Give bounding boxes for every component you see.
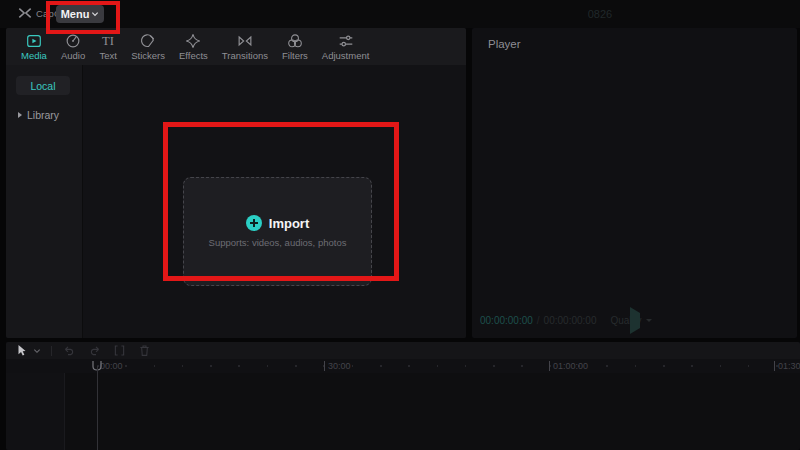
text-icon: TI [99,32,117,50]
import-label: Import [269,216,309,231]
media-icon [25,32,43,50]
delete-icon [137,343,152,358]
tab-text[interactable]: TI Text [92,31,124,62]
ruler-label: 30:00 [324,361,351,371]
cursor-icon [14,343,29,358]
project-title: 0826 [560,8,640,20]
ruler-label: 01:30:00 [774,361,800,371]
adjustment-icon [337,32,355,50]
undo-icon [62,343,77,358]
tab-effects[interactable]: Effects [172,31,215,62]
tab-transitions[interactable]: Transitions [215,31,275,62]
stickers-icon [139,32,157,50]
delete-button[interactable] [137,343,152,358]
media-tabbar: Media Audio TI Text Stickers [6,28,466,65]
topbar: CapCut Menu 0826 [0,0,800,28]
split-icon [112,343,127,358]
menu-button[interactable]: Menu [56,5,104,23]
track-header-area [6,373,65,450]
tab-filters[interactable]: Filters [275,31,315,62]
player-panel-title: Player [488,38,521,50]
svg-text:TI: TI [102,34,114,48]
library-label: Library [27,109,59,121]
transitions-icon [236,32,254,50]
current-timecode: 00:00:00:00 [480,315,533,326]
tab-label: Text [99,51,116,61]
tab-label: Media [21,51,47,61]
expand-arrow-icon [18,112,22,118]
media-content: Import Supports: videos, audios, photos [83,65,466,338]
chevron-down-icon [91,11,99,17]
sidebar-item-local[interactable]: Local [16,76,70,95]
playhead-line [97,366,98,450]
timeline-toolbar [6,342,800,359]
local-label: Local [30,80,55,92]
media-body: Local Library Import Supports: videos, a… [6,65,466,338]
import-card[interactable]: Import Supports: videos, audios, photos [183,177,372,286]
tab-label: Audio [61,51,85,61]
tab-label: Transitions [222,51,268,61]
play-button[interactable] [627,312,643,328]
filters-icon [286,32,304,50]
undo-button[interactable] [62,343,77,358]
ruler-ticks [97,365,800,367]
tab-media[interactable]: Media [14,31,54,62]
total-timecode: 00:00:00:00 [544,315,597,326]
audio-icon [64,32,82,50]
cursor-tool-button[interactable] [14,343,29,358]
tab-label: Effects [179,51,208,61]
import-row: Import [246,215,309,231]
tab-label: Stickers [131,51,165,61]
timeline-tracks [6,373,800,450]
chevron-down-icon[interactable] [33,347,41,355]
playhead[interactable] [92,357,103,450]
tab-label: Filters [282,51,308,61]
tab-label: Adjustment [322,51,370,61]
capcut-logo-icon [18,6,32,20]
menu-button-label: Menu [61,8,90,20]
play-icon [630,307,640,334]
split-button[interactable] [112,343,127,358]
player-controls: 00:00:00:00 / 00:00:00:00 Quality [472,310,797,330]
effects-icon [184,32,202,50]
tab-audio[interactable]: Audio [54,31,92,62]
tab-stickers[interactable]: Stickers [124,31,172,62]
chevron-down-icon [646,319,652,322]
sidebar-item-library[interactable]: Library [18,109,82,121]
redo-icon [87,343,102,358]
timeline-ruler[interactable]: 00:00 30:00 01:00:00 01:30:00 [6,359,800,373]
tab-adjustment[interactable]: Adjustment [315,31,377,62]
timeline-panel: 00:00 30:00 01:00:00 01:30:00 [6,342,800,450]
media-sidebar: Local Library [6,65,83,338]
timecode-separator: / [537,315,540,326]
toolbar-divider [51,346,52,356]
ruler-label: 00:00 [100,361,123,371]
player-panel: Player 00:00:00:00 / 00:00:00:00 Quality [472,28,797,338]
import-supports-text: Supports: videos, audios, photos [209,237,347,248]
ruler-label: 01:00:00 [549,361,588,371]
redo-button[interactable] [87,343,102,358]
plus-icon [246,215,262,231]
media-panel: Media Audio TI Text Stickers [6,28,466,338]
